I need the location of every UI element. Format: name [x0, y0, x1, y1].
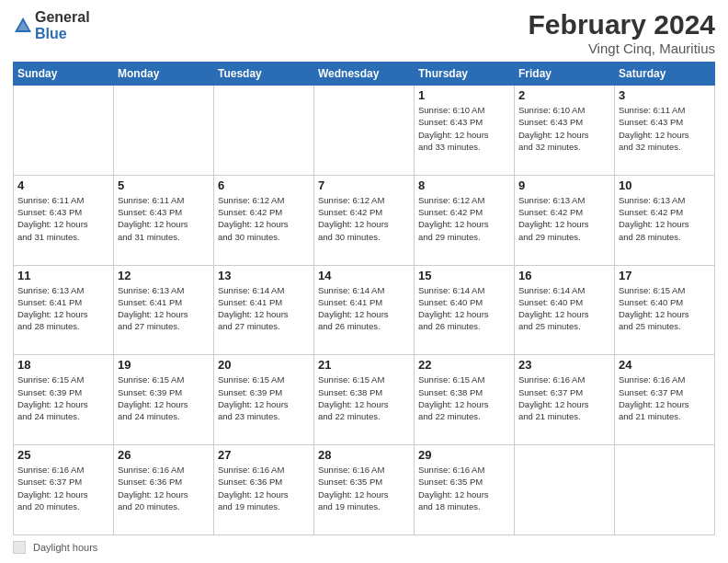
day-info: Sunrise: 6:16 AM Sunset: 6:36 PM Dayligh… — [218, 464, 310, 512]
day-info: Sunrise: 6:11 AM Sunset: 6:43 PM Dayligh… — [118, 194, 210, 243]
day-number: 5 — [118, 178, 210, 192]
day-number: 16 — [518, 269, 610, 282]
calendar-cell: 20Sunrise: 6:15 AM Sunset: 6:39 PM Dayli… — [214, 355, 314, 445]
calendar-cell: 24Sunrise: 6:16 AM Sunset: 6:37 PM Dayli… — [615, 355, 715, 445]
calendar-cell: 28Sunrise: 6:16 AM Sunset: 6:35 PM Dayli… — [314, 445, 415, 535]
weekday-header-monday: Monday — [114, 63, 214, 86]
header: General Blue February 2024 Vingt Cinq, M… — [13, 9, 715, 56]
day-number: 27 — [218, 448, 310, 462]
day-number: 23 — [518, 358, 610, 372]
day-info: Sunrise: 6:11 AM Sunset: 6:43 PM Dayligh… — [619, 104, 711, 153]
day-number: 15 — [418, 269, 510, 282]
day-info: Sunrise: 6:16 AM Sunset: 6:37 PM Dayligh… — [619, 373, 711, 422]
calendar-title: February 2024 — [529, 9, 715, 40]
day-info: Sunrise: 6:15 AM Sunset: 6:39 PM Dayligh… — [17, 373, 109, 422]
week-row-1: 4Sunrise: 6:11 AM Sunset: 6:43 PM Daylig… — [14, 175, 715, 265]
logo: General Blue — [13, 9, 90, 41]
day-info: Sunrise: 6:10 AM Sunset: 6:43 PM Dayligh… — [518, 104, 610, 153]
calendar-location: Vingt Cinq, Mauritius — [529, 40, 715, 56]
day-number: 22 — [418, 358, 510, 372]
day-info: Sunrise: 6:15 AM Sunset: 6:38 PM Dayligh… — [418, 373, 510, 422]
day-number: 21 — [318, 358, 410, 372]
week-row-2: 11Sunrise: 6:13 AM Sunset: 6:41 PM Dayli… — [14, 265, 715, 355]
day-number: 1 — [418, 88, 510, 102]
calendar-cell: 17Sunrise: 6:15 AM Sunset: 6:40 PM Dayli… — [615, 265, 715, 355]
calendar-cell: 1Sunrise: 6:10 AM Sunset: 6:43 PM Daylig… — [415, 86, 515, 176]
day-number: 24 — [619, 358, 711, 372]
day-number: 9 — [518, 178, 610, 192]
calendar-cell — [14, 86, 114, 176]
calendar-cell: 14Sunrise: 6:14 AM Sunset: 6:41 PM Dayli… — [314, 265, 415, 355]
weekday-header-sunday: Sunday — [14, 63, 114, 86]
calendar-cell: 11Sunrise: 6:13 AM Sunset: 6:41 PM Dayli… — [14, 265, 114, 355]
day-number: 26 — [118, 448, 210, 462]
day-number: 13 — [218, 269, 310, 282]
day-number: 6 — [218, 178, 310, 192]
day-number: 12 — [118, 269, 210, 282]
day-number: 11 — [17, 269, 109, 282]
day-number: 20 — [218, 358, 310, 372]
day-info: Sunrise: 6:16 AM Sunset: 6:37 PM Dayligh… — [518, 373, 610, 422]
calendar-cell — [214, 86, 314, 176]
calendar-cell: 12Sunrise: 6:13 AM Sunset: 6:41 PM Dayli… — [114, 265, 214, 355]
calendar-cell — [314, 86, 415, 176]
day-info: Sunrise: 6:16 AM Sunset: 6:35 PM Dayligh… — [318, 464, 410, 512]
calendar-cell: 8Sunrise: 6:12 AM Sunset: 6:42 PM Daylig… — [415, 175, 515, 265]
day-info: Sunrise: 6:12 AM Sunset: 6:42 PM Dayligh… — [218, 194, 310, 243]
day-number: 14 — [318, 269, 410, 282]
daylight-label: Daylight hours — [33, 542, 97, 553]
calendar-cell: 19Sunrise: 6:15 AM Sunset: 6:39 PM Dayli… — [114, 355, 214, 445]
day-number: 7 — [318, 178, 410, 192]
day-info: Sunrise: 6:10 AM Sunset: 6:43 PM Dayligh… — [418, 104, 510, 153]
day-info: Sunrise: 6:13 AM Sunset: 6:42 PM Dayligh… — [518, 194, 610, 243]
calendar-cell: 6Sunrise: 6:12 AM Sunset: 6:42 PM Daylig… — [214, 175, 314, 265]
calendar-cell: 21Sunrise: 6:15 AM Sunset: 6:38 PM Dayli… — [314, 355, 415, 445]
day-info: Sunrise: 6:12 AM Sunset: 6:42 PM Dayligh… — [318, 194, 410, 243]
day-number: 19 — [118, 358, 210, 372]
day-number: 25 — [17, 448, 109, 462]
day-number: 28 — [318, 448, 410, 462]
weekday-header-thursday: Thursday — [415, 63, 515, 86]
day-info: Sunrise: 6:16 AM Sunset: 6:36 PM Dayligh… — [118, 464, 210, 512]
week-row-0: 1Sunrise: 6:10 AM Sunset: 6:43 PM Daylig… — [14, 86, 715, 176]
day-info: Sunrise: 6:14 AM Sunset: 6:40 PM Dayligh… — [418, 284, 510, 333]
calendar-cell: 13Sunrise: 6:14 AM Sunset: 6:41 PM Dayli… — [214, 265, 314, 355]
weekday-header-friday: Friday — [515, 63, 615, 86]
day-number: 29 — [418, 448, 510, 462]
weekday-header-saturday: Saturday — [615, 63, 715, 86]
logo-icon — [13, 16, 33, 36]
title-block: February 2024 Vingt Cinq, Mauritius — [529, 9, 715, 56]
calendar-cell — [515, 445, 615, 535]
calendar-cell — [114, 86, 214, 176]
calendar-cell: 4Sunrise: 6:11 AM Sunset: 6:43 PM Daylig… — [14, 175, 114, 265]
week-row-3: 18Sunrise: 6:15 AM Sunset: 6:39 PM Dayli… — [14, 355, 715, 445]
calendar-cell: 9Sunrise: 6:13 AM Sunset: 6:42 PM Daylig… — [515, 175, 615, 265]
calendar-cell: 22Sunrise: 6:15 AM Sunset: 6:38 PM Dayli… — [415, 355, 515, 445]
day-info: Sunrise: 6:15 AM Sunset: 6:38 PM Dayligh… — [318, 373, 410, 422]
footer: Daylight hours — [13, 541, 715, 554]
day-info: Sunrise: 6:15 AM Sunset: 6:40 PM Dayligh… — [619, 284, 711, 333]
day-number: 18 — [17, 358, 109, 372]
day-info: Sunrise: 6:11 AM Sunset: 6:43 PM Dayligh… — [17, 194, 109, 243]
day-info: Sunrise: 6:13 AM Sunset: 6:41 PM Dayligh… — [17, 284, 109, 333]
day-number: 3 — [619, 88, 711, 102]
calendar-cell: 10Sunrise: 6:13 AM Sunset: 6:42 PM Dayli… — [615, 175, 715, 265]
day-number: 17 — [619, 269, 711, 282]
day-info: Sunrise: 6:12 AM Sunset: 6:42 PM Dayligh… — [418, 194, 510, 243]
calendar-cell: 26Sunrise: 6:16 AM Sunset: 6:36 PM Dayli… — [114, 445, 214, 535]
calendar-cell: 5Sunrise: 6:11 AM Sunset: 6:43 PM Daylig… — [114, 175, 214, 265]
daylight-legend-box — [13, 541, 26, 554]
weekday-header-wednesday: Wednesday — [314, 63, 415, 86]
calendar-cell: 25Sunrise: 6:16 AM Sunset: 6:37 PM Dayli… — [14, 445, 114, 535]
day-info: Sunrise: 6:16 AM Sunset: 6:37 PM Dayligh… — [17, 464, 109, 512]
logo-general-text: General — [35, 9, 90, 26]
day-info: Sunrise: 6:16 AM Sunset: 6:35 PM Dayligh… — [418, 464, 510, 512]
calendar-cell: 2Sunrise: 6:10 AM Sunset: 6:43 PM Daylig… — [515, 86, 615, 176]
weekday-header-tuesday: Tuesday — [214, 63, 314, 86]
day-number: 4 — [17, 178, 109, 192]
calendar-cell: 27Sunrise: 6:16 AM Sunset: 6:36 PM Dayli… — [214, 445, 314, 535]
day-number: 10 — [619, 178, 711, 192]
week-row-4: 25Sunrise: 6:16 AM Sunset: 6:37 PM Dayli… — [14, 445, 715, 535]
day-number: 2 — [518, 88, 610, 102]
day-number: 8 — [418, 178, 510, 192]
